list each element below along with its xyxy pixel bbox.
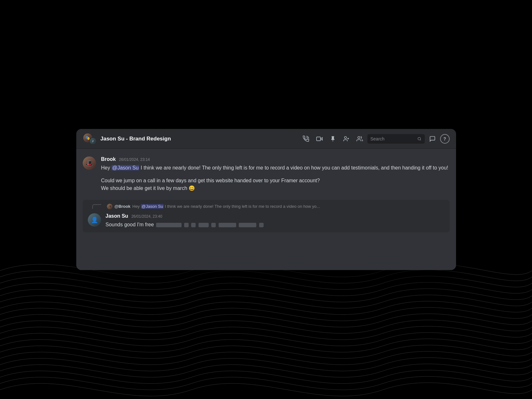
reply-content: 🎩 @Brook Hey @Jason Su I think we are ne… — [104, 202, 445, 211]
pin-button[interactable] — [327, 133, 339, 145]
brook-avatar: 🎩 — [83, 156, 96, 170]
svg-point-2 — [344, 136, 347, 139]
reply-avatar-brook: 🎩 — [107, 204, 113, 209]
redacted-5 — [211, 223, 216, 227]
brook-author-name: Brook — [101, 156, 116, 162]
reply-quote-block: 🎩 @Brook Hey @Jason Su I think we are ne… — [88, 202, 445, 211]
help-button[interactable]: ? — [440, 134, 450, 144]
reply-mention-jason: @Jason Su — [141, 204, 163, 209]
message-block-brook: 🎩 Brook 26/01/2024, 23:14 Hey @Jason Su … — [83, 156, 450, 192]
redacted-6 — [219, 223, 236, 227]
search-input[interactable] — [371, 136, 416, 141]
brook-message-header: Brook 26/01/2024, 23:14 — [101, 156, 450, 162]
phone-call-button[interactable] — [300, 133, 312, 145]
header-avatar-group: 🎭 J — [83, 133, 97, 145]
brook-timestamp: 26/01/2024, 23:14 — [119, 157, 150, 162]
help-icon-label: ? — [443, 136, 446, 141]
search-bar[interactable] — [367, 134, 425, 144]
brook-message-content: Brook 26/01/2024, 23:14 Hey @Jason Su I … — [101, 156, 450, 192]
search-icon — [417, 137, 421, 141]
jason-reply-wrapper: 🎩 @Brook Hey @Jason Su I think we are ne… — [83, 200, 450, 232]
redacted-7 — [239, 223, 256, 227]
brook-message-text-2: Could we jump on a call in a few days an… — [101, 177, 450, 192]
redacted-8 — [259, 223, 264, 227]
chat-header: 🎭 J Jason Su - Brand Redesign — [76, 129, 456, 149]
svg-rect-1 — [316, 137, 320, 141]
messages-area: 🎩 Brook 26/01/2024, 23:14 Hey @Jason Su … — [76, 149, 456, 270]
inbox-button[interactable] — [427, 133, 438, 145]
chat-title: Jason Su - Brand Redesign — [101, 136, 171, 142]
jason-message-inner: 👤 Jason Su 26/01/2024, 23:40 Sounds good… — [88, 213, 445, 229]
svg-point-5 — [358, 136, 360, 139]
jason-message-text: Sounds good I'm free — [106, 221, 445, 229]
header-left: 🎭 J Jason Su - Brand Redesign — [83, 133, 300, 145]
header-actions: ? — [300, 133, 450, 145]
reply-author-name: @Brook — [115, 204, 131, 209]
jason-timestamp: 26/01/2024, 23:40 — [131, 214, 162, 219]
members-button[interactable] — [354, 133, 365, 145]
redacted-2 — [184, 223, 189, 227]
jason-message-content: Jason Su 26/01/2024, 23:40 Sounds good I… — [106, 213, 445, 229]
redacted-3 — [191, 223, 196, 227]
svg-point-6 — [418, 137, 421, 140]
reply-text: Hey @Jason Su I think we are nearly done… — [132, 204, 320, 209]
redacted-4 — [199, 223, 209, 227]
chat-window: 🎭 J Jason Su - Brand Redesign — [76, 129, 456, 270]
video-call-button[interactable] — [314, 133, 325, 145]
jason-avatar: 👤 — [88, 213, 101, 227]
jason-message-header: Jason Su 26/01/2024, 23:40 — [106, 213, 445, 219]
redacted-1 — [156, 223, 182, 227]
brook-mention-jason: @Jason Su — [111, 165, 139, 170]
svg-marker-0 — [320, 137, 322, 140]
brook-message-text: Hey @Jason Su I think we are nearly done… — [101, 164, 450, 172]
jason-author-name: Jason Su — [106, 213, 128, 219]
header-avatar-secondary: J — [89, 137, 97, 145]
svg-line-7 — [420, 139, 421, 140]
add-members-button[interactable] — [341, 133, 352, 145]
